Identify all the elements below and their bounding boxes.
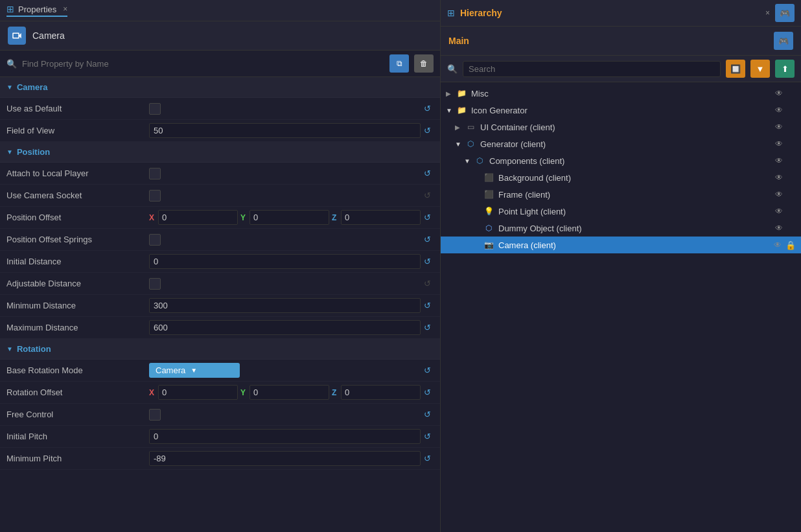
free-control-label: Free Control <box>6 410 149 419</box>
use-as-default-checkbox[interactable] <box>149 103 161 115</box>
rotation-section-header[interactable]: ▼ Rotation <box>0 339 440 360</box>
hierarchy-upload-button[interactable]: ⬆ <box>775 60 795 78</box>
position-section-header[interactable]: ▼ Position <box>0 142 440 163</box>
rotation-offset-y-input[interactable] <box>250 385 329 400</box>
base-rotation-mode-reset[interactable]: ↺ <box>421 364 434 377</box>
base-rotation-mode-dropdown[interactable]: Camera ▼ <box>149 363 240 378</box>
position-offset-y-label: Y <box>240 213 248 222</box>
use-camera-socket-checkbox[interactable] <box>149 190 161 202</box>
initial-distance-reset[interactable]: ↺ <box>421 255 434 268</box>
rotation-offset-reset[interactable]: ↺ <box>421 386 434 399</box>
maximum-distance-reset[interactable]: ↺ <box>421 321 434 334</box>
position-offset-reset[interactable]: ↺ <box>421 211 434 224</box>
minimum-distance-row: Minimum Distance ↺ <box>0 295 440 317</box>
point-light-visibility-icon[interactable]: 👁 <box>775 207 787 216</box>
field-of-view-reset[interactable]: ↺ <box>421 124 434 137</box>
minimum-distance-value <box>149 298 421 313</box>
camera-section-header[interactable]: ▼ Camera <box>0 77 440 98</box>
camera-client-visibility-icon[interactable]: 👁 <box>774 240 785 249</box>
minimum-distance-input[interactable] <box>149 298 421 313</box>
hierarchy-main-game-button[interactable]: 🎮 <box>774 32 793 50</box>
generator-icon: ⬡ <box>464 139 477 149</box>
properties-tab-header: ⊞ Properties × <box>0 0 440 21</box>
use-camera-socket-label: Use Camera Socket <box>6 191 149 200</box>
object-name-label: Camera <box>32 30 65 41</box>
hierarchy-filter-button[interactable]: 🔲 <box>726 60 745 78</box>
copy-button[interactable]: ⧉ <box>389 54 409 73</box>
hierarchy-game-button[interactable]: 🎮 <box>775 4 795 22</box>
background-visibility-icon[interactable]: 👁 <box>775 173 787 182</box>
adjustable-distance-reset[interactable]: ↺ <box>421 277 434 290</box>
adjustable-distance-checkbox[interactable] <box>149 278 161 290</box>
components-visibility-icon[interactable]: 👁 <box>775 156 787 165</box>
tree-item-background[interactable]: ⬛ Background (client) 👁 <box>441 169 801 186</box>
use-camera-socket-reset[interactable]: ↺ <box>421 189 434 202</box>
position-offset-springs-reset[interactable]: ↺ <box>421 233 434 246</box>
components-icon: ⬡ <box>473 156 486 166</box>
dropdown-arrow-icon: ▼ <box>191 367 197 374</box>
attach-to-local-player-label: Attach to Local Player <box>6 168 149 178</box>
ui-container-visibility-icon[interactable]: 👁 <box>775 122 787 132</box>
dummy-object-visibility-icon[interactable]: 👁 <box>775 224 787 233</box>
object-header: Camera <box>0 21 440 51</box>
position-section-title: Position <box>17 147 50 157</box>
field-of-view-label: Field of View <box>6 126 149 135</box>
tree-item-icon-generator[interactable]: ▼ 📁 Icon Generator 👁 <box>441 102 801 119</box>
property-search-input[interactable] <box>22 59 384 69</box>
rotation-offset-x-input[interactable] <box>158 385 238 400</box>
position-offset-springs-row: Position Offset Springs ↺ <box>0 229 440 251</box>
free-control-value <box>149 409 421 421</box>
properties-tab[interactable]: ⊞ Properties × <box>6 4 67 17</box>
initial-distance-input[interactable] <box>149 254 421 269</box>
rotation-offset-z-input[interactable] <box>341 385 421 400</box>
camera-section-title: Camera <box>17 82 48 92</box>
dummy-object-label: Dummy Object (client) <box>498 224 775 233</box>
position-offset-y-input[interactable] <box>250 210 329 225</box>
use-as-default-label: Use as Default <box>6 104 149 113</box>
free-control-reset[interactable]: ↺ <box>421 408 434 421</box>
frame-visibility-icon[interactable]: 👁 <box>775 190 787 199</box>
adjustable-distance-value <box>149 278 421 290</box>
tree-item-ui-container[interactable]: ▶ ▭ UI Container (client) 👁 <box>441 119 801 135</box>
delete-button[interactable]: 🗑 <box>414 54 434 73</box>
minimum-pitch-reset[interactable]: ↺ <box>421 452 434 465</box>
position-offset-springs-checkbox[interactable] <box>149 234 161 246</box>
minimum-distance-reset[interactable]: ↺ <box>421 299 434 312</box>
attach-to-local-player-reset[interactable]: ↺ <box>421 167 434 180</box>
free-control-checkbox[interactable] <box>149 409 161 421</box>
hierarchy-search-input[interactable] <box>463 61 721 77</box>
hierarchy-tree: ▶ 📁 Misc 👁 ▼ 📁 Icon Generator 👁 ▶ ▭ UI C… <box>441 82 801 532</box>
maximum-distance-input[interactable] <box>149 320 421 335</box>
properties-close-button[interactable]: × <box>63 5 67 14</box>
misc-label: Misc <box>471 89 775 98</box>
initial-pitch-input[interactable] <box>149 429 421 444</box>
initial-pitch-reset[interactable]: ↺ <box>421 430 434 443</box>
use-as-default-reset[interactable]: ↺ <box>421 102 434 115</box>
icon-generator-visibility-icon[interactable]: 👁 <box>775 106 787 115</box>
generator-visibility-icon[interactable]: 👁 <box>775 139 787 148</box>
position-offset-x-input[interactable] <box>158 210 238 225</box>
attach-to-local-player-checkbox[interactable] <box>149 168 161 179</box>
position-offset-x-field: X <box>149 210 238 225</box>
position-offset-z-input[interactable] <box>341 210 421 225</box>
tree-item-point-light[interactable]: 💡 Point Light (client) 👁 <box>441 203 801 220</box>
minimum-pitch-input[interactable] <box>149 451 421 466</box>
hierarchy-funnel-button[interactable]: ▼ <box>750 60 770 78</box>
hierarchy-close-button[interactable]: × <box>765 8 770 17</box>
camera-object-icon <box>8 27 26 45</box>
tree-item-misc[interactable]: ▶ 📁 Misc 👁 <box>441 85 801 102</box>
tree-item-dummy-object[interactable]: ⬡ Dummy Object (client) 👁 <box>441 220 801 237</box>
maximum-distance-row: Maximum Distance ↺ <box>0 317 440 339</box>
rotation-offset-x-label: X <box>149 388 157 397</box>
tree-item-components[interactable]: ▼ ⬡ Components (client) 👁 <box>441 152 801 169</box>
use-camera-socket-row: Use Camera Socket ↺ <box>0 185 440 207</box>
position-offset-value: X Y Z <box>149 210 421 225</box>
position-chevron-icon: ▼ <box>6 148 13 156</box>
rotation-offset-z-field: Z <box>332 385 421 400</box>
tree-item-camera-client[interactable]: 📷 Camera (client) 👁 🔒 <box>441 237 801 253</box>
tree-item-frame[interactable]: ⬛ Frame (client) 👁 <box>441 186 801 203</box>
field-of-view-input[interactable] <box>149 123 421 138</box>
misc-visibility-icon[interactable]: 👁 <box>775 89 787 98</box>
use-camera-socket-value <box>149 190 421 202</box>
tree-item-generator[interactable]: ▼ ⬡ Generator (client) 👁 <box>441 135 801 152</box>
